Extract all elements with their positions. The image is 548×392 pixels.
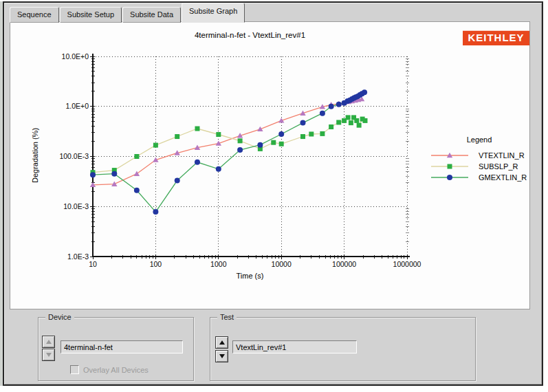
device-up-button <box>42 336 55 348</box>
tab-subsite-graph[interactable]: Subsite Graph <box>182 3 245 23</box>
legend-label: SUBSLP_R <box>479 162 518 171</box>
test-group-label: Test <box>217 313 237 321</box>
triangle-marker-icon <box>430 151 469 160</box>
legend-item-vtextlin_r: VTEXTLIN_R <box>428 150 531 161</box>
test-up-button[interactable] <box>215 336 228 349</box>
test-name-field[interactable] <box>232 340 357 353</box>
svg-text:100: 100 <box>150 260 162 268</box>
device-group-label: Device <box>45 313 74 321</box>
tab-sequence[interactable]: Sequence <box>10 7 59 23</box>
svg-text:10: 10 <box>89 260 97 268</box>
tab-bar: Sequence Subsite Setup Subsite Data Subs… <box>10 6 245 23</box>
legend-label: GMEXTLIN_R <box>479 173 527 182</box>
test-group: Test <box>210 317 476 381</box>
tab-subsite-data[interactable]: Subsite Data <box>122 7 181 23</box>
legend-item-gmextlin_r: GMEXTLIN_R <box>428 172 531 183</box>
subsite-window: Sequence Subsite Setup Subsite Data Subs… <box>3 1 543 386</box>
y-axis-label: Degradation (%) <box>31 100 39 210</box>
device-name-field[interactable] <box>61 340 183 353</box>
subsite-graph-page: KEITHLEY 4terminal-n-fet - VtextLin_rev#… <box>10 21 530 309</box>
legend-item-subslp_r: SUBSLP_R <box>428 161 531 172</box>
svg-text:10000: 10000 <box>272 260 292 268</box>
down-arrow-icon <box>46 353 52 357</box>
overlay-all-devices-label: Overlay All Devices <box>83 366 149 374</box>
overlay-all-devices-row: Overlay All Devices <box>70 365 149 374</box>
test-down-button[interactable] <box>215 350 228 362</box>
circle-marker-icon <box>430 173 469 182</box>
svg-text:1.0E-3: 1.0E-3 <box>67 252 89 261</box>
legend-title: Legend <box>428 135 531 144</box>
tab-subsite-setup[interactable]: Subsite Setup <box>60 7 122 23</box>
x-axis-label: Time (s) <box>93 272 407 280</box>
svg-text:10.0E+0: 10.0E+0 <box>62 52 89 61</box>
up-arrow-icon <box>46 340 52 344</box>
svg-text:1.0E+0: 1.0E+0 <box>65 102 89 110</box>
keithley-logo: KEITHLEY <box>463 30 529 45</box>
svg-text:100000: 100000 <box>332 260 356 268</box>
svg-text:10.0E-3: 10.0E-3 <box>63 202 89 210</box>
up-arrow-icon <box>219 340 225 345</box>
svg-text:1000000: 1000000 <box>393 260 421 268</box>
legend-label: VTEXTLIN_R <box>479 151 525 160</box>
square-marker-icon <box>430 162 469 171</box>
chart-title: 4terminal-n-fet - VtextLin_rev#1 <box>93 31 407 39</box>
chart-legend: Legend VTEXTLIN_RSUBSLP_RGMEXTLIN_R <box>428 135 531 183</box>
device-group: Device Overlay All Devices <box>38 317 194 381</box>
svg-text:1000: 1000 <box>210 260 227 268</box>
overlay-all-devices-checkbox <box>70 365 79 374</box>
device-down-button <box>42 349 55 361</box>
down-arrow-icon <box>219 354 225 358</box>
svg-text:100.0E-3: 100.0E-3 <box>59 152 89 160</box>
